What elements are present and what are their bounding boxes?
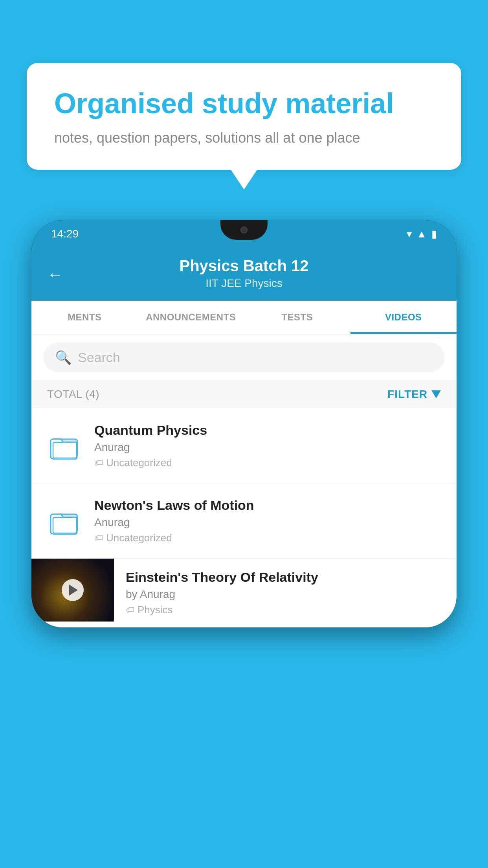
list-item[interactable]: Quantum Physics Anurag 🏷 Uncategorized bbox=[31, 408, 457, 484]
play-button[interactable] bbox=[62, 579, 84, 601]
tab-videos[interactable]: VIDEOS bbox=[350, 301, 457, 334]
video-title: Quantum Physics bbox=[94, 423, 441, 438]
filter-bar: TOTAL (4) FILTER bbox=[31, 380, 457, 408]
speech-bubble-section: Organised study material notes, question… bbox=[27, 63, 461, 170]
list-item[interactable]: Einstein's Theory Of Relativity by Anura… bbox=[31, 559, 457, 627]
play-icon bbox=[69, 585, 78, 596]
wifi-icon: ▾ bbox=[407, 228, 412, 240]
video-tag: 🏷 Physics bbox=[126, 604, 445, 616]
search-container: 🔍 Search bbox=[31, 335, 457, 380]
video-thumbnail bbox=[31, 559, 114, 622]
tag-icon: 🏷 bbox=[94, 458, 103, 468]
signal-icon: ▲ bbox=[416, 228, 427, 240]
status-icons: ▾ ▲ ▮ bbox=[407, 228, 437, 240]
video-tag: 🏷 Uncategorized bbox=[94, 457, 441, 469]
folder-icon bbox=[47, 428, 83, 463]
header-subtitle: IIT JEE Physics bbox=[47, 277, 441, 290]
video-info: Einstein's Theory Of Relativity by Anura… bbox=[114, 559, 457, 627]
status-time: 14:29 bbox=[51, 228, 79, 240]
video-author: by Anurag bbox=[126, 588, 445, 601]
tag-label: Physics bbox=[138, 604, 173, 616]
app-header: ← Physics Batch 12 IIT JEE Physics bbox=[31, 248, 457, 301]
header-title: Physics Batch 12 bbox=[47, 257, 441, 275]
bubble-subtext: notes, question papers, solutions all at… bbox=[54, 130, 434, 146]
list-item[interactable]: Newton's Laws of Motion Anurag 🏷 Uncateg… bbox=[31, 484, 457, 559]
video-author: Anurag bbox=[94, 441, 441, 454]
tag-icon: 🏷 bbox=[94, 533, 103, 543]
status-bar: 14:29 ▾ ▲ ▮ bbox=[31, 220, 457, 248]
svg-rect-3 bbox=[53, 517, 77, 533]
folder-icon bbox=[47, 503, 83, 539]
tag-label: Uncategorized bbox=[106, 532, 172, 544]
video-tag: 🏷 Uncategorized bbox=[94, 532, 441, 544]
tab-announcements[interactable]: ANNOUNCEMENTS bbox=[138, 301, 244, 334]
bubble-heading: Organised study material bbox=[54, 86, 434, 120]
phone-wrapper: 14:29 ▾ ▲ ▮ ← Physics Batch 12 IIT JEE P… bbox=[31, 220, 457, 868]
search-input[interactable]: Search bbox=[78, 350, 120, 365]
video-author: Anurag bbox=[94, 516, 441, 529]
phone-mockup: 14:29 ▾ ▲ ▮ ← Physics Batch 12 IIT JEE P… bbox=[31, 220, 457, 627]
filter-button[interactable]: FILTER bbox=[387, 388, 441, 401]
search-icon: 🔍 bbox=[55, 349, 72, 365]
video-title: Newton's Laws of Motion bbox=[94, 498, 441, 513]
camera-dot bbox=[240, 226, 248, 234]
notch bbox=[220, 220, 268, 240]
battery-icon: ▮ bbox=[431, 228, 437, 240]
tag-label: Uncategorized bbox=[106, 457, 172, 469]
speech-bubble-card: Organised study material notes, question… bbox=[27, 63, 461, 170]
tab-ments[interactable]: MENTS bbox=[31, 301, 138, 334]
video-info: Newton's Laws of Motion Anurag 🏷 Uncateg… bbox=[94, 498, 441, 544]
search-box[interactable]: 🔍 Search bbox=[43, 342, 445, 372]
back-button[interactable]: ← bbox=[47, 265, 63, 283]
video-title: Einstein's Theory Of Relativity bbox=[126, 570, 445, 585]
video-info: Quantum Physics Anurag 🏷 Uncategorized bbox=[94, 423, 441, 469]
video-list: Quantum Physics Anurag 🏷 Uncategorized bbox=[31, 408, 457, 627]
filter-label: FILTER bbox=[387, 388, 427, 401]
tag-icon: 🏷 bbox=[126, 605, 134, 615]
tab-tests[interactable]: TESTS bbox=[244, 301, 350, 334]
filter-icon bbox=[431, 390, 441, 398]
total-count: TOTAL (4) bbox=[47, 388, 99, 401]
tabs-bar: MENTS ANNOUNCEMENTS TESTS VIDEOS bbox=[31, 301, 457, 335]
svg-rect-1 bbox=[53, 442, 77, 458]
